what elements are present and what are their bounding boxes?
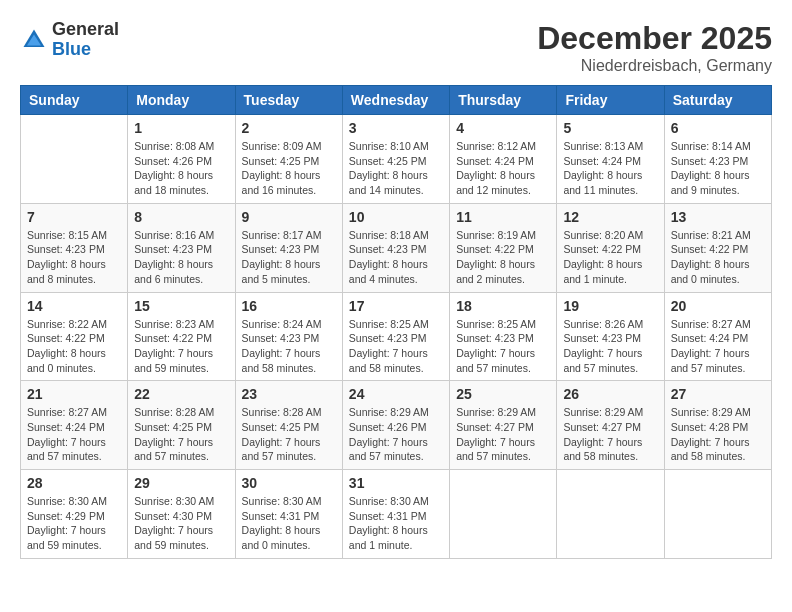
calendar-cell: 26Sunrise: 8:29 AMSunset: 4:27 PMDayligh… [557, 381, 664, 470]
month-title: December 2025 [537, 20, 772, 57]
day-number: 24 [349, 386, 443, 402]
day-info: Sunrise: 8:09 AMSunset: 4:25 PMDaylight:… [242, 139, 336, 198]
calendar-cell: 23Sunrise: 8:28 AMSunset: 4:25 PMDayligh… [235, 381, 342, 470]
day-info: Sunrise: 8:25 AMSunset: 4:23 PMDaylight:… [349, 317, 443, 376]
weekday-header: Wednesday [342, 86, 449, 115]
calendar-cell: 7Sunrise: 8:15 AMSunset: 4:23 PMDaylight… [21, 203, 128, 292]
day-info: Sunrise: 8:10 AMSunset: 4:25 PMDaylight:… [349, 139, 443, 198]
calendar-cell: 17Sunrise: 8:25 AMSunset: 4:23 PMDayligh… [342, 292, 449, 381]
weekday-header: Sunday [21, 86, 128, 115]
day-number: 18 [456, 298, 550, 314]
day-number: 21 [27, 386, 121, 402]
day-number: 31 [349, 475, 443, 491]
calendar-cell [450, 470, 557, 559]
day-info: Sunrise: 8:17 AMSunset: 4:23 PMDaylight:… [242, 228, 336, 287]
day-info: Sunrise: 8:30 AMSunset: 4:30 PMDaylight:… [134, 494, 228, 553]
day-number: 25 [456, 386, 550, 402]
day-number: 15 [134, 298, 228, 314]
day-info: Sunrise: 8:24 AMSunset: 4:23 PMDaylight:… [242, 317, 336, 376]
day-info: Sunrise: 8:26 AMSunset: 4:23 PMDaylight:… [563, 317, 657, 376]
calendar-cell: 12Sunrise: 8:20 AMSunset: 4:22 PMDayligh… [557, 203, 664, 292]
calendar-cell: 3Sunrise: 8:10 AMSunset: 4:25 PMDaylight… [342, 115, 449, 204]
day-number: 9 [242, 209, 336, 225]
day-number: 19 [563, 298, 657, 314]
logo-text: General Blue [52, 20, 119, 60]
calendar-cell: 19Sunrise: 8:26 AMSunset: 4:23 PMDayligh… [557, 292, 664, 381]
day-number: 20 [671, 298, 765, 314]
day-info: Sunrise: 8:22 AMSunset: 4:22 PMDaylight:… [27, 317, 121, 376]
day-number: 1 [134, 120, 228, 136]
day-number: 12 [563, 209, 657, 225]
calendar-cell: 11Sunrise: 8:19 AMSunset: 4:22 PMDayligh… [450, 203, 557, 292]
page-header: General Blue December 2025 Niederdreisba… [20, 20, 772, 75]
calendar-cell: 18Sunrise: 8:25 AMSunset: 4:23 PMDayligh… [450, 292, 557, 381]
day-info: Sunrise: 8:29 AMSunset: 4:26 PMDaylight:… [349, 405, 443, 464]
calendar-cell: 9Sunrise: 8:17 AMSunset: 4:23 PMDaylight… [235, 203, 342, 292]
day-info: Sunrise: 8:29 AMSunset: 4:27 PMDaylight:… [563, 405, 657, 464]
calendar-cell: 25Sunrise: 8:29 AMSunset: 4:27 PMDayligh… [450, 381, 557, 470]
calendar-cell [664, 470, 771, 559]
calendar-header-row: SundayMondayTuesdayWednesdayThursdayFrid… [21, 86, 772, 115]
day-info: Sunrise: 8:29 AMSunset: 4:28 PMDaylight:… [671, 405, 765, 464]
day-info: Sunrise: 8:08 AMSunset: 4:26 PMDaylight:… [134, 139, 228, 198]
weekday-header: Monday [128, 86, 235, 115]
day-info: Sunrise: 8:29 AMSunset: 4:27 PMDaylight:… [456, 405, 550, 464]
day-info: Sunrise: 8:20 AMSunset: 4:22 PMDaylight:… [563, 228, 657, 287]
calendar-cell: 6Sunrise: 8:14 AMSunset: 4:23 PMDaylight… [664, 115, 771, 204]
day-info: Sunrise: 8:19 AMSunset: 4:22 PMDaylight:… [456, 228, 550, 287]
day-info: Sunrise: 8:30 AMSunset: 4:31 PMDaylight:… [242, 494, 336, 553]
day-number: 13 [671, 209, 765, 225]
day-info: Sunrise: 8:30 AMSunset: 4:29 PMDaylight:… [27, 494, 121, 553]
day-info: Sunrise: 8:13 AMSunset: 4:24 PMDaylight:… [563, 139, 657, 198]
day-number: 28 [27, 475, 121, 491]
day-number: 7 [27, 209, 121, 225]
day-number: 3 [349, 120, 443, 136]
calendar-week-row: 21Sunrise: 8:27 AMSunset: 4:24 PMDayligh… [21, 381, 772, 470]
calendar-cell [21, 115, 128, 204]
calendar-cell: 27Sunrise: 8:29 AMSunset: 4:28 PMDayligh… [664, 381, 771, 470]
logo: General Blue [20, 20, 119, 60]
day-info: Sunrise: 8:16 AMSunset: 4:23 PMDaylight:… [134, 228, 228, 287]
day-number: 22 [134, 386, 228, 402]
calendar-cell: 5Sunrise: 8:13 AMSunset: 4:24 PMDaylight… [557, 115, 664, 204]
calendar-cell: 4Sunrise: 8:12 AMSunset: 4:24 PMDaylight… [450, 115, 557, 204]
calendar-cell: 20Sunrise: 8:27 AMSunset: 4:24 PMDayligh… [664, 292, 771, 381]
day-number: 17 [349, 298, 443, 314]
day-number: 23 [242, 386, 336, 402]
day-info: Sunrise: 8:28 AMSunset: 4:25 PMDaylight:… [242, 405, 336, 464]
day-number: 5 [563, 120, 657, 136]
day-info: Sunrise: 8:12 AMSunset: 4:24 PMDaylight:… [456, 139, 550, 198]
day-number: 14 [27, 298, 121, 314]
calendar-table: SundayMondayTuesdayWednesdayThursdayFrid… [20, 85, 772, 559]
day-info: Sunrise: 8:14 AMSunset: 4:23 PMDaylight:… [671, 139, 765, 198]
day-number: 8 [134, 209, 228, 225]
calendar-cell: 31Sunrise: 8:30 AMSunset: 4:31 PMDayligh… [342, 470, 449, 559]
day-info: Sunrise: 8:21 AMSunset: 4:22 PMDaylight:… [671, 228, 765, 287]
day-number: 29 [134, 475, 228, 491]
logo-icon [20, 26, 48, 54]
day-info: Sunrise: 8:28 AMSunset: 4:25 PMDaylight:… [134, 405, 228, 464]
calendar-cell: 29Sunrise: 8:30 AMSunset: 4:30 PMDayligh… [128, 470, 235, 559]
calendar-cell [557, 470, 664, 559]
day-info: Sunrise: 8:15 AMSunset: 4:23 PMDaylight:… [27, 228, 121, 287]
day-number: 26 [563, 386, 657, 402]
calendar-cell: 21Sunrise: 8:27 AMSunset: 4:24 PMDayligh… [21, 381, 128, 470]
weekday-header: Saturday [664, 86, 771, 115]
day-info: Sunrise: 8:27 AMSunset: 4:24 PMDaylight:… [671, 317, 765, 376]
day-number: 2 [242, 120, 336, 136]
day-number: 11 [456, 209, 550, 225]
calendar-cell: 15Sunrise: 8:23 AMSunset: 4:22 PMDayligh… [128, 292, 235, 381]
calendar-week-row: 28Sunrise: 8:30 AMSunset: 4:29 PMDayligh… [21, 470, 772, 559]
weekday-header: Thursday [450, 86, 557, 115]
day-info: Sunrise: 8:27 AMSunset: 4:24 PMDaylight:… [27, 405, 121, 464]
calendar-cell: 14Sunrise: 8:22 AMSunset: 4:22 PMDayligh… [21, 292, 128, 381]
calendar-cell: 10Sunrise: 8:18 AMSunset: 4:23 PMDayligh… [342, 203, 449, 292]
calendar-cell: 1Sunrise: 8:08 AMSunset: 4:26 PMDaylight… [128, 115, 235, 204]
calendar-cell: 24Sunrise: 8:29 AMSunset: 4:26 PMDayligh… [342, 381, 449, 470]
calendar-cell: 2Sunrise: 8:09 AMSunset: 4:25 PMDaylight… [235, 115, 342, 204]
day-number: 4 [456, 120, 550, 136]
calendar-cell: 30Sunrise: 8:30 AMSunset: 4:31 PMDayligh… [235, 470, 342, 559]
day-number: 30 [242, 475, 336, 491]
day-info: Sunrise: 8:23 AMSunset: 4:22 PMDaylight:… [134, 317, 228, 376]
day-number: 16 [242, 298, 336, 314]
